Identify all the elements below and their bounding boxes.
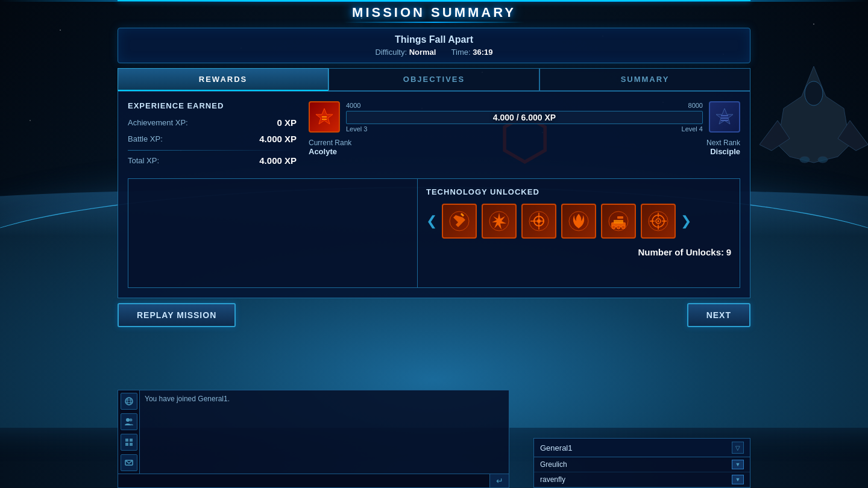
svg-point-5: [818, 157, 828, 163]
svg-rect-25: [614, 220, 623, 224]
ship-silhouette: [760, 60, 868, 181]
content-area: EXPERIENCE EARNED Achievement XP: 0 XP B…: [118, 91, 750, 298]
chat-channels-icon[interactable]: [121, 434, 137, 451]
svg-point-29: [621, 225, 625, 229]
tech-icon-tank[interactable]: [601, 204, 636, 239]
rank-icon-right: [709, 101, 740, 133]
mission-info-panel: Things Fall Apart Difficulty: Normal Tim…: [118, 28, 750, 63]
tabs-container: REWARDS OBJECTIVES SUMMARY: [118, 68, 750, 91]
next-button[interactable]: Next: [687, 303, 750, 327]
chat-input[interactable]: [118, 474, 489, 487]
total-value: 4.000 XP: [259, 155, 297, 166]
player-panel: General1 ▽ Greulich ▼ ravenfly ▼: [533, 438, 750, 488]
page-title: MISSION SUMMARY: [118, 5, 750, 20]
chat-area: You have joined General1. ↵: [118, 390, 509, 488]
tech-icon-crosshair[interactable]: [521, 204, 556, 239]
svg-marker-0: [778, 66, 850, 163]
channel-name: General1: [540, 443, 572, 452]
svg-rect-47: [130, 443, 133, 446]
tech-icon-crosshair2[interactable]: [641, 204, 676, 239]
tech-icon-fire[interactable]: [561, 204, 596, 239]
achievement-xp-row: Achievement XP: 0 XP: [128, 117, 297, 130]
chat-input-row: ↵: [118, 474, 509, 487]
current-rank-label: Current Rank: [309, 139, 351, 147]
xp-bar-level-labels: Level 3 Level 4: [346, 125, 703, 133]
xp-min-label: 4000: [346, 102, 360, 109]
mission-name: Things Fall Apart: [130, 34, 738, 45]
tech-title: TECHNOLOGY UNLOCKED: [426, 187, 731, 196]
player-dropdown-greulich[interactable]: ▼: [732, 460, 744, 469]
rank-labels: Current Rank Acolyte Next Rank Disciple: [309, 139, 740, 156]
tab-summary[interactable]: SUMMARY: [539, 68, 750, 91]
xp-bar-wrapper: 4000 8000 4.000 / 6.000 XP Level 3 Level…: [346, 102, 703, 133]
lower-left-panel: [128, 179, 418, 287]
chat-panel: You have joined General1. ↵: [118, 390, 509, 488]
next-rank-value: Disciple: [706, 147, 740, 156]
player-dropdown-ravenfly[interactable]: ▼: [732, 475, 744, 484]
battle-value: 4.000 XP: [259, 134, 297, 144]
xp-bar-text: 4.000 / 6.000 XP: [493, 113, 556, 122]
panel-controls: ▽: [732, 442, 744, 454]
svg-point-38: [125, 398, 133, 405]
experience-section: EXPERIENCE EARNED Achievement XP: 0 XP B…: [128, 101, 740, 174]
svg-point-27: [612, 225, 615, 229]
tech-unlocks-label: Number of Unlocks:: [638, 247, 725, 257]
svg-point-3: [805, 81, 823, 105]
chat-icons: [118, 390, 140, 474]
battle-label: Battle XP:: [128, 134, 163, 143]
xp-bar-container: 4000 8000 4.000 / 6.000 XP Level 3 Level…: [309, 101, 740, 133]
chat-global-icon[interactable]: [121, 393, 137, 410]
chat-message-1: You have joined General1.: [145, 394, 504, 404]
svg-point-39: [127, 398, 131, 405]
chat-mail-icon[interactable]: [121, 454, 137, 471]
xp-divider: [128, 150, 297, 151]
battle-xp-row: Battle XP: 4.000 XP: [128, 134, 297, 146]
total-label: Total XP:: [128, 156, 159, 165]
tech-unlocks-value: 9: [726, 247, 731, 257]
xp-max-label: 8000: [688, 102, 703, 109]
tech-icon-explosion[interactable]: [482, 204, 517, 239]
svg-rect-46: [125, 443, 128, 446]
player-name-ravenfly: ravenfly: [540, 475, 565, 484]
level-left: Level 3: [346, 125, 367, 133]
time-value: 36:19: [473, 48, 492, 57]
xp-left: EXPERIENCE EARNED Achievement XP: 0 XP B…: [128, 101, 297, 174]
panel-collapse-button[interactable]: ▽: [732, 442, 744, 454]
tab-rewards[interactable]: REWARDS: [118, 68, 329, 91]
next-rank-label: Next Rank: [706, 139, 740, 147]
rank-icon-left: [309, 101, 340, 133]
chat-players-icon[interactable]: [121, 413, 137, 430]
svg-point-4: [800, 157, 810, 163]
chat-send-button[interactable]: ↵: [489, 474, 509, 487]
title-bar: MISSION SUMMARY: [118, 0, 750, 23]
svg-marker-9: [716, 108, 733, 124]
tech-arrow-left[interactable]: ❮: [426, 213, 437, 229]
tech-arrow-right[interactable]: ❯: [681, 213, 691, 229]
xp-bar-outer: 4.000 / 6.000 XP: [346, 111, 703, 124]
time-label: Time:: [451, 48, 471, 57]
tech-icon-wrench[interactable]: [442, 204, 477, 239]
svg-point-42: [126, 418, 130, 422]
tech-unlocks: Number of Unlocks: 9: [426, 247, 731, 257]
tech-icons-row: ❮: [426, 204, 731, 239]
experience-title: EXPERIENCE EARNED: [128, 101, 297, 110]
lower-section: TECHNOLOGY UNLOCKED ❮: [128, 178, 740, 288]
xp-bar-labels: 4000 8000: [346, 102, 703, 109]
total-xp-row: Total XP: 4.000 XP: [128, 155, 297, 166]
achievement-value: 0 XP: [277, 117, 297, 128]
tab-objectives[interactable]: OBJECTIVES: [329, 68, 539, 91]
technology-panel: TECHNOLOGY UNLOCKED ❮: [418, 179, 740, 287]
level-right: Level 4: [682, 125, 703, 133]
difficulty-value: Normal: [409, 48, 436, 57]
mission-meta: Difficulty: Normal Time: 36:19: [130, 48, 738, 57]
main-container: MISSION SUMMARY Things Fall Apart Diffic…: [118, 0, 750, 327]
rank-label-left: Current Rank Acolyte: [309, 139, 351, 156]
replay-mission-button[interactable]: Replay Mission: [118, 303, 236, 327]
player-name-greulich: Greulich: [540, 460, 567, 469]
svg-point-43: [129, 419, 132, 422]
current-rank-value: Acolyte: [309, 147, 351, 156]
xp-right: ⬡ 4000 8000: [309, 101, 740, 174]
svg-point-33: [658, 221, 659, 222]
svg-rect-26: [617, 216, 623, 219]
chat-messages: You have joined General1.: [140, 390, 509, 451]
